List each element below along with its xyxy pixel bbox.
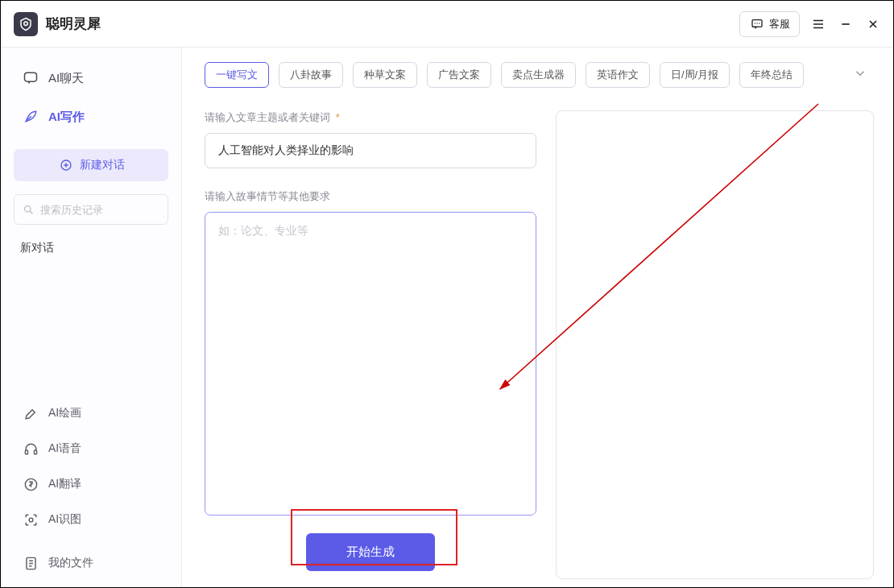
sidebar-tool-vision[interactable]: AI识图 xyxy=(10,502,172,537)
translate-icon xyxy=(23,476,39,492)
category-tag[interactable]: 广告文案 xyxy=(427,62,491,88)
app-logo xyxy=(14,12,38,36)
svg-rect-9 xyxy=(34,450,36,454)
support-button[interactable]: 客服 xyxy=(739,11,800,37)
sidebar-tool-label: AI翻译 xyxy=(48,477,81,491)
close-button[interactable] xyxy=(864,15,882,33)
category-tag[interactable]: 种草文案 xyxy=(353,62,417,88)
titlebar: 聪明灵犀 客服 xyxy=(1,1,893,48)
app-title: 聪明灵犀 xyxy=(46,14,101,33)
chat-history-item[interactable]: 新对话 xyxy=(10,233,172,263)
menu-button[interactable] xyxy=(809,15,827,33)
sidebar-item-label: AI聊天 xyxy=(48,71,84,86)
svg-point-3 xyxy=(756,23,757,23)
requirements-textarea[interactable] xyxy=(205,212,536,516)
plus-circle-icon xyxy=(58,157,74,173)
category-tag[interactable]: 英语作文 xyxy=(586,62,650,88)
search-input[interactable] xyxy=(40,204,176,216)
svg-point-7 xyxy=(25,205,31,212)
image-scan-icon xyxy=(23,511,39,528)
topic-label: 请输入文章主题或者关键词 * xyxy=(205,110,536,125)
svg-point-11 xyxy=(29,518,33,522)
sidebar-tool-voice[interactable]: AI语音 xyxy=(10,431,172,466)
svg-point-4 xyxy=(759,23,759,23)
output-panel xyxy=(556,110,874,579)
minimize-button[interactable] xyxy=(837,15,855,33)
category-tag[interactable]: 卖点生成器 xyxy=(501,62,576,88)
svg-point-2 xyxy=(755,23,755,23)
sidebar-tool-draw[interactable]: AI绘画 xyxy=(10,395,172,431)
sidebar-files-label: 我的文件 xyxy=(48,556,93,570)
svg-point-0 xyxy=(24,22,28,26)
generate-button[interactable]: 开始生成 xyxy=(306,533,435,571)
new-chat-button[interactable]: 新建对话 xyxy=(14,149,168,181)
chat-history-label: 新对话 xyxy=(20,241,54,254)
sidebar-tool-label: AI语音 xyxy=(48,441,81,456)
svg-rect-8 xyxy=(25,450,27,454)
chevron-down-icon xyxy=(853,69,867,83)
category-tag[interactable]: 八卦故事 xyxy=(279,62,343,88)
category-tag[interactable]: 年终总结 xyxy=(739,62,804,88)
main-content: 一键写文 八卦故事 种草文案 广告文案 卖点生成器 英语作文 日/周/月报 年终… xyxy=(182,48,893,587)
category-tag[interactable]: 日/周/月报 xyxy=(660,62,730,88)
topic-input[interactable] xyxy=(205,133,536,168)
category-tag[interactable]: 一键写文 xyxy=(205,62,269,88)
svg-rect-5 xyxy=(25,72,37,81)
new-chat-label: 新建对话 xyxy=(80,158,125,172)
sidebar-tool-label: AI识图 xyxy=(48,512,81,527)
required-mark: * xyxy=(336,111,340,123)
requirements-label: 请输入故事情节等其他要求 xyxy=(205,189,536,204)
sidebar-tool-translate[interactable]: AI翻译 xyxy=(10,466,172,502)
headphones-icon xyxy=(23,441,39,457)
sidebar-my-files[interactable]: 我的文件 xyxy=(10,545,172,581)
chat-bubble-icon xyxy=(749,16,765,32)
search-box[interactable] xyxy=(14,194,168,225)
search-icon xyxy=(23,201,35,217)
sidebar-item-write[interactable]: AI写作 xyxy=(10,99,172,135)
brush-icon xyxy=(23,405,39,421)
category-expand-button[interactable] xyxy=(846,66,874,84)
category-row: 一键写文 八卦故事 种草文案 广告文案 卖点生成器 英语作文 日/周/月报 年终… xyxy=(205,62,874,88)
sidebar-item-chat[interactable]: AI聊天 xyxy=(10,60,172,96)
sidebar-tool-label: AI绘画 xyxy=(48,406,81,420)
sidebar-item-label: AI写作 xyxy=(48,110,85,125)
support-label: 客服 xyxy=(769,17,790,31)
chat-icon xyxy=(23,70,39,86)
file-icon xyxy=(23,555,39,571)
sidebar: AI聊天 AI写作 新建对话 xyxy=(1,48,182,587)
feather-icon xyxy=(23,109,39,125)
